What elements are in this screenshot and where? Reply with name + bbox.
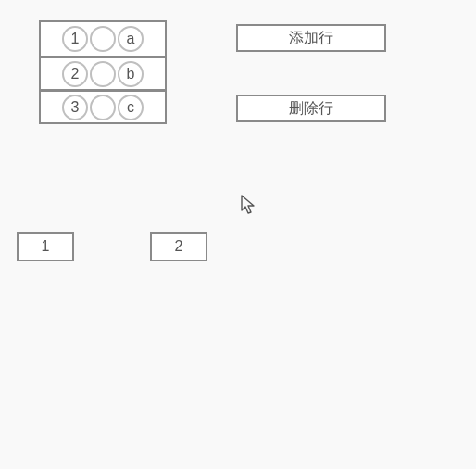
- footer-box-2[interactable]: 2: [150, 232, 207, 261]
- radio-option[interactable]: [90, 26, 116, 52]
- footer-box-1[interactable]: 1: [17, 232, 74, 261]
- radio-row: 3 c: [41, 89, 165, 122]
- radio-row: 1 a: [41, 22, 165, 56]
- radio-label: 3: [71, 99, 80, 116]
- box-label: 1: [42, 238, 50, 255]
- box-label: 2: [175, 238, 183, 255]
- button-label: 删除行: [289, 99, 333, 119]
- delete-row-button[interactable]: 删除行: [236, 95, 386, 122]
- radio-label: c: [127, 99, 134, 116]
- radio-option[interactable]: c: [118, 95, 144, 120]
- radio-option[interactable]: b: [118, 61, 144, 87]
- radio-grid: 1 a 2 b 3 c: [39, 20, 167, 124]
- radio-row: 2 b: [41, 56, 165, 89]
- radio-option[interactable]: 2: [62, 61, 88, 87]
- radio-option[interactable]: 1: [62, 26, 88, 52]
- radio-label: 1: [71, 31, 80, 47]
- radio-label: a: [127, 31, 135, 47]
- add-row-button[interactable]: 添加行: [236, 24, 386, 52]
- top-rule: [0, 6, 476, 6]
- radio-option[interactable]: [90, 61, 116, 87]
- radio-label: 2: [71, 66, 80, 82]
- radio-label: b: [127, 66, 135, 82]
- radio-option[interactable]: a: [118, 26, 144, 52]
- cursor-icon: [241, 195, 257, 217]
- button-label: 添加行: [289, 29, 333, 48]
- radio-option[interactable]: 3: [62, 95, 88, 120]
- radio-option[interactable]: [90, 95, 116, 120]
